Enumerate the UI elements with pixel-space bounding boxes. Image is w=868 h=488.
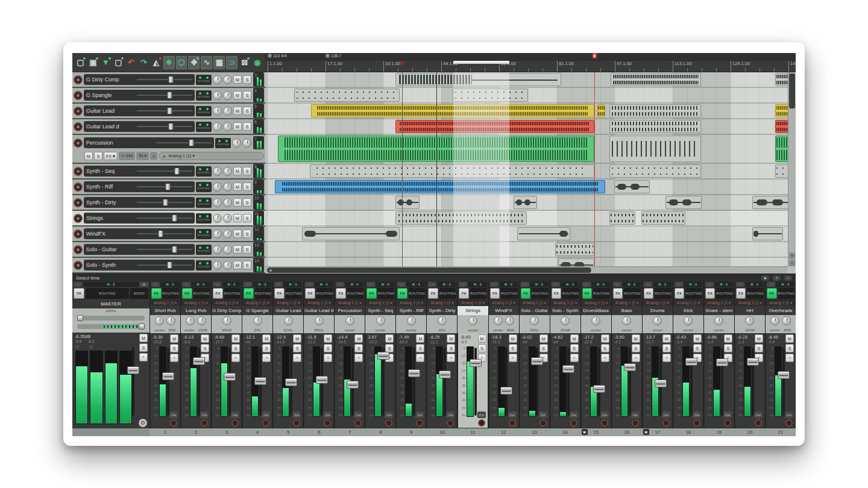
track-panel-percussion[interactable]: PercussionROUTING7MSFX∿ trimIN ▾>🎤 Analo… xyxy=(72,135,265,163)
track-pan-knob[interactable] xyxy=(213,261,222,270)
strip-solo-button[interactable]: S xyxy=(201,344,209,352)
track-volume-slider[interactable] xyxy=(137,215,192,221)
time-selection-highlight[interactable] xyxy=(453,72,509,274)
strip-env-mini-button[interactable]: ^ xyxy=(601,354,609,362)
number-cell[interactable]: 16 xyxy=(612,428,642,436)
strip-solo-button[interactable]: S xyxy=(293,344,301,352)
strip-fader-track[interactable] xyxy=(259,348,262,416)
strip-fader-track[interactable] xyxy=(690,348,693,416)
volume-slider-knob[interactable] xyxy=(167,261,172,269)
strip-input-selector[interactable]: Analog 1 (1▾ xyxy=(396,299,426,306)
mixer-strip-guitar-lead-d[interactable]: ○M·SFXROUTINGAnalog 1 (1▾Guitar Lead d85… xyxy=(304,281,334,428)
track-namebox[interactable]: G Dirty Comp xyxy=(84,74,195,85)
volume-slider-knob[interactable] xyxy=(158,230,163,237)
strip-fader-knob[interactable] xyxy=(470,359,482,367)
strip-env-button[interactable]: ○ xyxy=(336,282,344,287)
strip-input-button[interactable]: IN▾ xyxy=(200,411,209,418)
strip-fader-track[interactable] xyxy=(536,348,538,416)
strip-pan-knob[interactable] xyxy=(770,316,779,325)
strip-pan-knob[interactable] xyxy=(315,316,324,325)
screenset-button[interactable]: ◉ xyxy=(251,56,263,69)
number-cell[interactable]: 2 xyxy=(181,428,211,436)
strip-fader-knob[interactable] xyxy=(778,371,790,379)
master-pan-slider-left[interactable] xyxy=(77,316,145,321)
master-fx-button[interactable]: FX xyxy=(74,288,84,299)
master-mute-button[interactable]: M xyxy=(139,334,148,342)
strip-fx-button[interactable]: FX xyxy=(582,288,593,299)
strip-mute-button[interactable]: M xyxy=(201,334,209,343)
strip-fx-button[interactable]: FX xyxy=(490,288,500,299)
strip-fader-knob[interactable] xyxy=(377,352,389,360)
strip-fader-track[interactable] xyxy=(505,348,508,416)
track-panel-g-spangle[interactable]: G SpangleROUTINGMS4 xyxy=(72,88,265,102)
number-cell[interactable]: 15▣ xyxy=(581,428,611,436)
media-item[interactable] xyxy=(611,73,701,86)
strip-record-arm-button[interactable] xyxy=(170,419,177,427)
marker-lane[interactable]: T110 4/4T136.7▮ xyxy=(265,53,796,61)
folder-icon[interactable]: ▣ xyxy=(643,429,649,435)
track-width-knob[interactable] xyxy=(223,198,232,207)
mixer-strip-solo-synth[interactable]: ○M·SFXROUTINGAnalog 1 (1▾Solo - Synth33%… xyxy=(550,281,580,428)
track-solo-button[interactable]: S xyxy=(243,167,251,175)
strip-env-button[interactable]: ○ xyxy=(366,282,375,287)
track-width-knob[interactable] xyxy=(223,230,232,239)
tempo-marker[interactable]: T110 4/4 xyxy=(268,54,287,58)
strip-pan-knob[interactable] xyxy=(561,316,570,325)
strip-fx-button[interactable]: FX xyxy=(336,288,346,299)
zoom-out-button[interactable]: − xyxy=(784,275,792,281)
record-arm-button[interactable] xyxy=(74,245,83,254)
strip-input-selector[interactable]: Analog 1 (1▾ xyxy=(427,299,457,306)
strip-record-arm-button[interactable] xyxy=(601,419,608,427)
strip-pan-knob[interactable] xyxy=(253,316,262,325)
record-arm-button[interactable] xyxy=(74,183,83,192)
undo-button[interactable]: ↶ xyxy=(125,56,137,69)
track-input-selector[interactable]: 🎤 Analog 1 (1) ▾ xyxy=(159,152,264,160)
strip-env-mini-button[interactable]: ^ xyxy=(632,354,640,362)
master-fader-track[interactable] xyxy=(132,347,134,416)
strip-mute-button[interactable]: M xyxy=(385,334,394,343)
strip-record-arm-button[interactable] xyxy=(509,419,516,427)
strip-env-button[interactable]: ○ xyxy=(582,282,591,287)
strip-fader-track[interactable] xyxy=(598,348,600,416)
mixer-strip-strings[interactable]: ○M·SFXROUTINGAnalog 1 (1▾Stringscenter-0… xyxy=(458,281,488,428)
loop-points-button[interactable]: ⊃ xyxy=(226,56,237,69)
scroll-down-button[interactable]: − xyxy=(789,260,795,266)
track-mute-button[interactable]: M xyxy=(233,75,242,84)
track-volume-slider[interactable] xyxy=(156,140,212,146)
track-solo-button[interactable]: S xyxy=(243,122,251,131)
track-namebox[interactable]: Guitar Lead d xyxy=(84,121,195,132)
volume-slider-knob[interactable] xyxy=(167,107,172,114)
mixer-strip-snare-stem[interactable]: ○M·SFXROUTINGAnalog 1 (1▾Snare - stemcen… xyxy=(704,281,734,428)
strip-env-mini-button[interactable]: ^ xyxy=(293,354,301,362)
strip-routing-button[interactable]: ROUTING xyxy=(347,288,363,299)
strip-fader-knob[interactable] xyxy=(224,373,236,381)
strip-fx-button[interactable]: FX xyxy=(705,288,715,299)
strip-fader-track[interactable] xyxy=(413,348,415,416)
strip-input-selector[interactable]: Analog 1 (1▾ xyxy=(673,299,703,306)
strip-fx-button[interactable]: FX xyxy=(428,288,438,299)
strip-input-button[interactable]: IN▾ xyxy=(662,411,670,418)
redo-button[interactable]: ↷ xyxy=(138,56,149,69)
strip-fx-button[interactable]: FX xyxy=(552,288,562,299)
track-routing-button[interactable]: ROUTING xyxy=(196,260,212,271)
strip-input-selector[interactable]: Analog 1 (1▾ xyxy=(735,299,765,306)
number-cell[interactable]: 9 xyxy=(396,428,426,436)
volume-slider-knob[interactable] xyxy=(168,76,174,83)
track-width-knob[interactable] xyxy=(223,91,232,100)
strip-mute-button[interactable]: M xyxy=(693,334,702,343)
strip-mute-button[interactable]: M xyxy=(170,334,178,343)
strip-input-selector[interactable]: Analog 1 (1▾ xyxy=(489,299,519,306)
pan-knob[interactable] xyxy=(139,324,145,330)
strip-fader-knob[interactable] xyxy=(193,357,205,365)
strip-routing-button[interactable]: ROUTING xyxy=(378,288,394,299)
strip-fader-knob[interactable] xyxy=(685,358,697,366)
strip-input-button[interactable]: IN▾ xyxy=(385,411,393,418)
strip-input-button[interactable]: IN▾ xyxy=(631,411,640,418)
track-volume-slider[interactable] xyxy=(137,108,192,114)
mixer-strip-synth-seq[interactable]: ○M·SFXROUTINGAnalog 1 (1▾Synth - Seqcent… xyxy=(365,281,395,428)
record-arm-button[interactable] xyxy=(74,167,83,176)
strip-mute-button[interactable]: M xyxy=(724,334,732,343)
strip-pan-knob[interactable] xyxy=(530,316,539,325)
track-panel-synth-dirty[interactable]: Synth - DirtyROUTINGMS10 xyxy=(72,195,265,210)
number-cell[interactable]: 1 xyxy=(150,428,180,436)
